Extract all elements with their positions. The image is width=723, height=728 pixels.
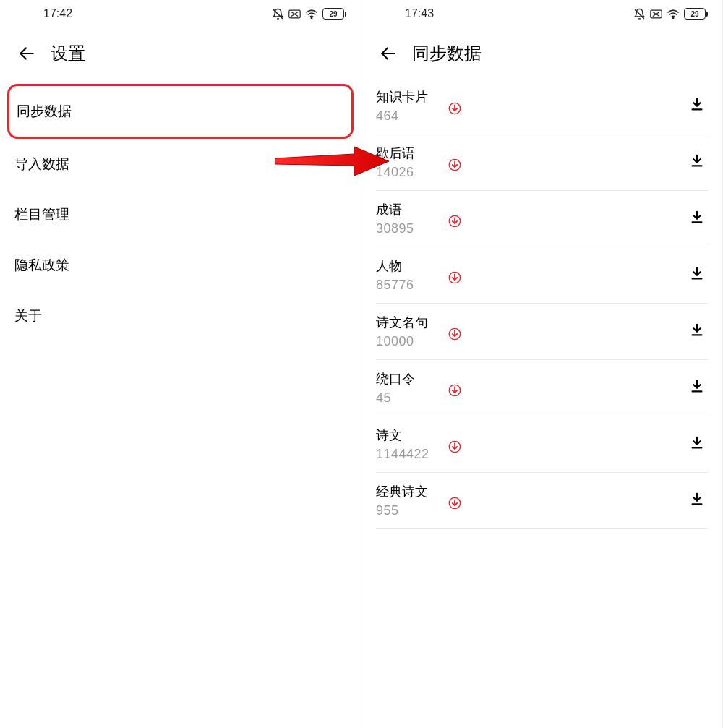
sync-item-count: 10000 <box>376 334 445 349</box>
sync-item-count: 464 <box>376 108 445 124</box>
sync-item[interactable]: 绕口令45 <box>376 360 708 416</box>
wifi-icon <box>667 9 680 19</box>
sync-item-name: 成语 <box>376 201 445 218</box>
sync-list: 知识卡片464歇后语14026成语30895人物85776诗文名句10000绕口… <box>362 78 722 529</box>
battery-level: 29 <box>329 10 337 18</box>
battery-level: 29 <box>690 10 698 18</box>
settings-item-import[interactable]: 导入数据 <box>0 139 361 189</box>
sync-item-count: 1144422 <box>376 447 445 462</box>
settings-item-label: 导入数据 <box>14 156 69 171</box>
sync-item-count: 955 <box>376 503 445 518</box>
sync-item-name: 人物 <box>376 257 445 275</box>
update-available-icon <box>448 497 461 513</box>
sync-item-text: 经典诗文955 <box>376 483 445 518</box>
sync-item-count: 30895 <box>376 221 445 236</box>
download-button[interactable] <box>689 210 705 228</box>
download-button[interactable] <box>689 435 705 454</box>
sync-item-text: 人物85776 <box>376 257 445 293</box>
sync-item-text: 歇后语14026 <box>376 145 445 180</box>
sync-item-name: 诗文 <box>376 427 445 444</box>
settings-item-sync[interactable]: 同步数据 <box>7 84 354 139</box>
svg-point-11 <box>672 17 674 19</box>
sync-item[interactable]: 知识卡片464 <box>376 78 708 134</box>
sync-item-text: 诗文名句10000 <box>376 314 445 349</box>
sync-item-count: 14026 <box>376 165 445 180</box>
mute-icon <box>272 8 284 20</box>
download-button[interactable] <box>689 492 705 510</box>
left-phone-pane: 17:42 29 设置 同步数据导入数据栏目管理隐私政策关于 <box>0 0 362 728</box>
right-phone-pane: 17:43 29 同步数据 知识卡片464歇后语14026成语30895人物85… <box>362 0 723 728</box>
update-available-icon <box>448 158 461 174</box>
settings-item-label: 隐私政策 <box>14 257 69 273</box>
download-button[interactable] <box>689 322 705 341</box>
update-available-icon <box>448 271 461 287</box>
app-bar: 设置 <box>0 25 361 78</box>
settings-list: 同步数据导入数据栏目管理隐私政策关于 <box>0 78 361 341</box>
settings-item-about[interactable]: 关于 <box>0 291 361 341</box>
back-button[interactable] <box>17 44 36 63</box>
page-title: 设置 <box>51 42 85 65</box>
sync-item-count: 85776 <box>376 278 445 293</box>
settings-item-label: 栏目管理 <box>14 207 69 222</box>
sync-item-count: 45 <box>376 390 445 406</box>
update-available-icon <box>448 327 461 343</box>
update-available-icon <box>448 440 461 456</box>
sync-item-text: 绕口令45 <box>376 370 445 406</box>
back-button[interactable] <box>379 44 398 63</box>
download-button[interactable] <box>689 97 705 116</box>
settings-item-label: 同步数据 <box>17 103 72 119</box>
sync-item[interactable]: 歇后语14026 <box>376 134 708 191</box>
no-sim-icon <box>650 9 662 19</box>
sync-item[interactable]: 诗文名句10000 <box>376 304 708 360</box>
update-available-icon <box>448 215 461 231</box>
download-button[interactable] <box>689 266 705 285</box>
download-button[interactable] <box>689 379 705 398</box>
sync-item-name: 知识卡片 <box>376 88 445 106</box>
page-title: 同步数据 <box>412 42 482 65</box>
sync-item-text: 成语30895 <box>376 201 445 236</box>
status-bar: 17:43 29 <box>362 0 722 25</box>
sync-item-text: 知识卡片464 <box>376 88 445 124</box>
app-bar: 同步数据 <box>362 25 722 78</box>
mute-icon <box>633 8 646 20</box>
status-time: 17:42 <box>43 7 72 20</box>
arrow-left-icon <box>379 44 398 63</box>
sync-item-text: 诗文1144422 <box>376 427 445 462</box>
sync-item-name: 歇后语 <box>376 145 445 162</box>
no-sim-icon <box>288 9 301 19</box>
sync-item[interactable]: 成语30895 <box>376 191 708 247</box>
sync-item-name: 诗文名句 <box>376 314 445 331</box>
update-available-icon <box>448 384 461 400</box>
wifi-icon <box>305 9 318 19</box>
svg-point-5 <box>311 17 312 19</box>
settings-item-privacy[interactable]: 隐私政策 <box>0 240 361 291</box>
sync-item[interactable]: 诗文1144422 <box>376 416 708 473</box>
battery-icon: 29 <box>684 8 708 20</box>
sync-item-name: 绕口令 <box>376 370 445 387</box>
battery-icon: 29 <box>322 8 346 20</box>
status-bar: 17:42 29 <box>0 0 361 25</box>
arrow-left-icon <box>17 44 36 63</box>
update-available-icon <box>448 102 461 118</box>
status-icons: 29 <box>272 8 346 20</box>
settings-item-label: 关于 <box>14 308 42 323</box>
status-time: 17:43 <box>405 7 434 20</box>
settings-item-columns[interactable]: 栏目管理 <box>0 189 361 240</box>
status-icons: 29 <box>633 8 708 20</box>
sync-item-name: 经典诗文 <box>376 483 445 500</box>
sync-item[interactable]: 人物85776 <box>376 247 708 304</box>
sync-item[interactable]: 经典诗文955 <box>376 473 708 529</box>
download-button[interactable] <box>689 153 705 172</box>
